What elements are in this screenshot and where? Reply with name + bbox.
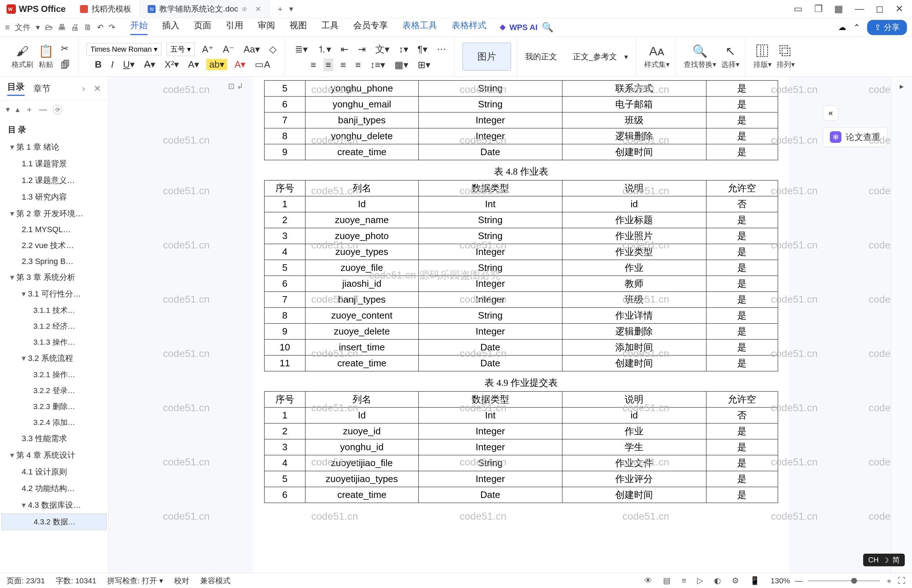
- table-cell[interactable]: Integer: [418, 244, 562, 260]
- table-cell[interactable]: zuoye_name: [305, 212, 418, 228]
- table-cell[interactable]: Date: [418, 144, 562, 160]
- table-row[interactable]: 6jiaoshi_idInteger教师是: [264, 276, 778, 292]
- table-cell[interactable]: 是: [706, 260, 778, 276]
- styleset-button[interactable]: Aᴀ样式集▾: [644, 44, 669, 69]
- table-cell[interactable]: Integer: [418, 113, 562, 128]
- search-icon[interactable]: 🔍: [539, 21, 556, 34]
- table-cell[interactable]: 是: [706, 81, 778, 97]
- table-cell[interactable]: 6: [264, 276, 305, 292]
- table-cell[interactable]: yonghu_delete: [305, 128, 418, 144]
- status-words[interactable]: 字数: 10341: [56, 576, 96, 586]
- table-row[interactable]: 1IdIntid否: [264, 196, 778, 212]
- table-row[interactable]: 8zuoye_contentString作业详情是: [264, 308, 778, 324]
- table-cell[interactable]: insert_time: [305, 339, 418, 355]
- align-right-icon[interactable]: ≡: [339, 58, 348, 71]
- table-cell[interactable]: create_time: [305, 144, 418, 160]
- table-cell[interactable]: 3: [264, 228, 305, 244]
- table-row[interactable]: 3yonghu_idInteger学生是: [264, 439, 778, 455]
- window-cube-icon[interactable]: ❐: [814, 3, 823, 15]
- tab-document[interactable]: W 教学辅助系统论文.doc ⊕ ✕: [140, 0, 270, 18]
- outline-item[interactable]: 2.2 vue 技术…: [2, 237, 107, 254]
- status-proof[interactable]: 校对: [174, 576, 189, 586]
- menu-page[interactable]: 页面: [194, 19, 211, 35]
- table-cell[interactable]: zuoye_photo: [305, 228, 418, 244]
- tab-menu-icon[interactable]: ▾: [289, 4, 293, 14]
- maximize-icon[interactable]: ◻: [876, 3, 884, 15]
- outline-item[interactable]: 4.3 数据库设…: [2, 497, 107, 514]
- insert-image-button[interactable]: 图片: [463, 43, 511, 71]
- style-my-body[interactable]: 我的正文: [525, 51, 557, 62]
- text-dir-icon[interactable]: 文▾: [373, 42, 392, 57]
- chevron-right-icon[interactable]: ›: [82, 84, 85, 94]
- shading-icon[interactable]: ▦▾: [392, 58, 410, 71]
- save-icon[interactable]: 🖶: [58, 23, 66, 32]
- table-cell[interactable]: Id: [305, 407, 418, 423]
- table-cell[interactable]: Integer: [418, 439, 562, 455]
- zoom-value[interactable]: 130%: [771, 577, 790, 585]
- table-cell[interactable]: 10: [264, 339, 305, 355]
- outline-item[interactable]: 2.1 MYSQL…: [2, 222, 107, 237]
- table-row[interactable]: 10insert_timeDate添加时间是: [264, 339, 778, 355]
- outline-item[interactable]: 1.1 课题背景: [2, 155, 107, 172]
- table-cell[interactable]: 学生: [562, 439, 706, 455]
- outline-item[interactable]: 3.1.1 技术…: [2, 302, 107, 318]
- tab-template[interactable]: 找稻壳模板: [72, 0, 140, 18]
- view-web-icon[interactable]: ≡: [682, 576, 686, 585]
- table-cell[interactable]: id: [562, 196, 706, 212]
- table-cell[interactable]: 电子邮箱: [562, 97, 706, 113]
- table-cell[interactable]: 作业类型: [562, 244, 706, 260]
- outline-item[interactable]: 第 4 章 系统设计: [2, 447, 107, 464]
- outline-item[interactable]: 3.1.3 操作…: [2, 334, 107, 350]
- italic-icon[interactable]: I: [109, 58, 116, 71]
- table-cell[interactable]: Date: [418, 487, 562, 503]
- select-button[interactable]: ↖选择▾: [721, 44, 739, 69]
- font-color-icon[interactable]: A▾: [232, 58, 248, 71]
- table-row[interactable]: 11create_timeDate创建时间是: [264, 355, 778, 372]
- add-tab-icon[interactable]: ＋: [276, 3, 284, 15]
- table-cell[interactable]: Int: [418, 196, 562, 212]
- table-row[interactable]: 9create_timeDate创建时间是: [264, 144, 778, 160]
- menu-start[interactable]: 开始: [130, 19, 147, 35]
- window-compact-icon[interactable]: ▭: [794, 3, 803, 15]
- bullet-list-icon[interactable]: ≣▾: [293, 43, 310, 56]
- table-row[interactable]: 2zuoye_idInteger作业是: [264, 423, 778, 439]
- status-spell[interactable]: 拼写检查: 打开 ▾: [107, 576, 163, 586]
- table-cell[interactable]: 班级: [562, 292, 706, 308]
- table-cell[interactable]: 9: [264, 144, 305, 160]
- table-cell[interactable]: Integer: [418, 471, 562, 487]
- outline-item[interactable]: 4.3.2 数据…: [2, 514, 107, 530]
- table-cell[interactable]: 是: [706, 228, 778, 244]
- table-cell[interactable]: 否: [706, 407, 778, 423]
- font-family-select[interactable]: Times New Roman▾: [86, 43, 161, 55]
- change-case-icon[interactable]: Aa▾: [241, 43, 262, 56]
- table-cell[interactable]: String: [418, 81, 562, 97]
- table-cell[interactable]: 5: [264, 260, 305, 276]
- table-cell[interactable]: String: [418, 260, 562, 276]
- table-cell[interactable]: 7: [264, 292, 305, 308]
- char-border-icon[interactable]: ▭A: [253, 58, 272, 71]
- sidebar-tab-outline[interactable]: 目录: [7, 81, 24, 96]
- style-scroll-icon[interactable]: ▾: [622, 52, 630, 62]
- copy-icon[interactable]: 🗐: [58, 58, 72, 71]
- collapse-ribbon-icon[interactable]: ⌃: [854, 23, 860, 32]
- undo-icon[interactable]: ↶: [97, 23, 104, 32]
- table-cell[interactable]: zuoye_delete: [305, 324, 418, 339]
- table-cell[interactable]: 作业: [562, 260, 706, 276]
- table-cell[interactable]: Integer: [418, 276, 562, 292]
- show-marks-icon[interactable]: ¶▾: [415, 43, 429, 56]
- table-cell[interactable]: 作业评分: [562, 471, 706, 487]
- table-cell[interactable]: 是: [706, 212, 778, 228]
- table-row[interactable]: 6create_timeDate创建时间是: [264, 487, 778, 503]
- table-cell[interactable]: 是: [706, 276, 778, 292]
- table-cell[interactable]: 是: [706, 113, 778, 128]
- table-fragment[interactable]: 5yonghu_phoneString联系方式是6yonghu_emailStr…: [264, 80, 778, 160]
- table-cell[interactable]: Integer: [418, 423, 562, 439]
- align-left-icon[interactable]: ≡: [308, 58, 318, 71]
- table-cell[interactable]: 联系方式: [562, 81, 706, 97]
- clear-format-icon[interactable]: ◇: [267, 43, 279, 56]
- table-cell[interactable]: Date: [418, 339, 562, 355]
- outline-item[interactable]: 4.1 设计原则: [2, 464, 107, 480]
- table-row[interactable]: 7banji_typesInteger班级是: [264, 292, 778, 308]
- outline-item[interactable]: 4.2 功能结构…: [2, 480, 107, 497]
- table-cell[interactable]: 作业标题: [562, 212, 706, 228]
